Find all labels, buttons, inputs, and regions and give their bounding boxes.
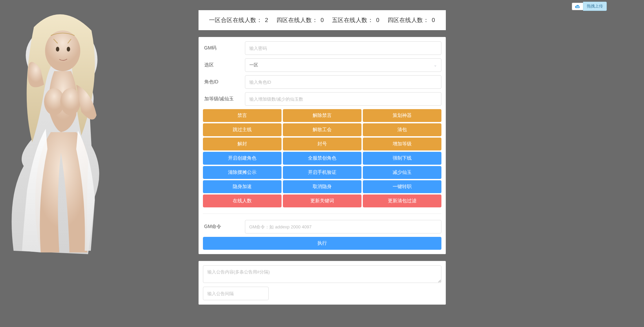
enable-create-char-button[interactable]: 开启创建角色	[203, 152, 282, 165]
char-id-label: 角色ID	[203, 79, 245, 85]
level-yu-input[interactable]	[245, 92, 441, 106]
clear-bag-button[interactable]: 清包	[363, 123, 441, 136]
online-count-button[interactable]: 在线人数	[203, 195, 282, 207]
gm-command-label: GM命令	[203, 224, 245, 230]
chevron-down-icon: ⌄	[434, 63, 437, 67]
svg-point-3	[44, 88, 64, 115]
zone5-label: 五区在线人数：	[332, 17, 374, 23]
force-offline-button[interactable]: 强制下线	[363, 152, 441, 165]
skip-main-button[interactable]: 跳过主线	[203, 123, 282, 136]
ban-button[interactable]: 封号	[283, 138, 361, 150]
announcement-interval-input[interactable]	[203, 287, 269, 300]
change-job-button[interactable]: 一键转职	[363, 180, 441, 193]
gm-command-input[interactable]	[245, 220, 441, 233]
char-id-input[interactable]	[245, 75, 441, 89]
zone4a-label: 四区在线人数：	[276, 17, 318, 23]
svg-point-0	[45, 30, 80, 71]
svg-point-1	[56, 47, 59, 52]
zone5-value: 0	[376, 17, 379, 23]
mute-button[interactable]: 禁言	[203, 109, 282, 122]
level-yu-label: 加等级/减仙玉	[203, 96, 245, 102]
zone4b-value: 0	[432, 17, 435, 23]
svg-point-2	[67, 47, 70, 52]
disable-create-char-button[interactable]: 全服禁创角色	[283, 152, 361, 165]
svg-point-5	[576, 6, 577, 7]
svg-point-7	[578, 6, 579, 7]
update-keywords-button[interactable]: 更新关键词	[283, 195, 361, 207]
main-container: 一区合区在线人数：2 四区在线人数：0 五区在线人数：0 四区在线人数：0 GM…	[199, 0, 446, 305]
gm-code-input[interactable]	[245, 41, 441, 55]
upload-widget: 拖拽上传	[572, 2, 607, 11]
unmute-button[interactable]: 解除禁言	[283, 109, 361, 122]
drag-upload-button[interactable]: 拖拽上传	[583, 2, 607, 11]
add-level-button[interactable]: 增加等级	[363, 138, 441, 150]
zone4a-value: 0	[320, 17, 324, 23]
announcement-panel	[199, 261, 446, 305]
clear-stall-notice-button[interactable]: 清除摆摊公示	[203, 166, 282, 179]
execute-button[interactable]: 执行	[203, 237, 441, 250]
designer-tool-button[interactable]: 策划神器	[363, 109, 441, 122]
invisible-speed-button[interactable]: 隐身加速	[203, 180, 282, 193]
character-illustration	[3, 7, 119, 258]
gm-code-label: GM码	[203, 45, 245, 51]
online-stats-bar: 一区合区在线人数：2 四区在线人数：0 五区在线人数：0 四区在线人数：0	[199, 10, 446, 30]
unban-button[interactable]: 解封	[203, 138, 282, 150]
divider	[203, 213, 441, 214]
zone-select-value: 一区	[249, 62, 258, 68]
zone4b-label: 四区在线人数：	[388, 17, 429, 23]
zone1-value: 2	[265, 17, 268, 23]
cancel-invisible-button[interactable]: 取消隐身	[283, 180, 361, 193]
zone-select-label: 选区	[203, 62, 245, 68]
enable-phone-verify-button[interactable]: 开启手机验证	[283, 166, 361, 179]
update-clearbag-filter-button[interactable]: 更新清包过滤	[363, 195, 441, 207]
svg-point-4	[60, 88, 81, 115]
gm-control-panel: GM码 选区 一区 ⌄ 角色ID 加等级/减仙玉 禁言 解除禁言 策划神器	[199, 37, 446, 254]
svg-point-6	[577, 6, 578, 7]
cloud-upload-icon	[572, 3, 583, 10]
zone-select[interactable]: 一区 ⌄	[245, 58, 441, 72]
disband-guild-button[interactable]: 解散工会	[283, 123, 361, 136]
announcement-content-input[interactable]	[203, 265, 441, 283]
zone1-label: 一区合区在线人数：	[209, 17, 263, 23]
reduce-yu-button[interactable]: 减少仙玉	[363, 166, 441, 179]
